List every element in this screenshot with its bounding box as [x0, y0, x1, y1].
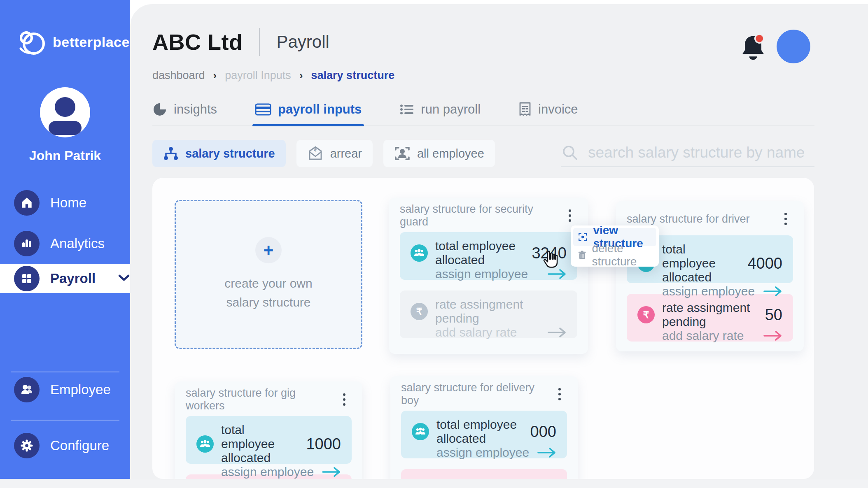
breadcrumb-salary-structure: salary structure	[311, 69, 395, 82]
assign-employee-link[interactable]: assign employee	[221, 465, 314, 479]
employees-icon	[411, 244, 428, 262]
chip-all-employee[interactable]: all employee	[383, 140, 495, 167]
tab-label: insights	[174, 102, 217, 117]
brand-logo: betterplace	[16, 27, 130, 57]
trash-icon	[578, 249, 586, 261]
sidebar-item-label: Employee	[50, 382, 111, 397]
app-screen: betterplace John Patrik Home	[0, 0, 868, 488]
main-content: ABC Ltd Payroll dashboard › payroll Inpu…	[130, 4, 868, 479]
bottom-edge-strip	[0, 479, 868, 488]
pending-label: rate assingment pending	[662, 301, 758, 329]
pending-value: 50	[765, 306, 782, 324]
employee-scan-icon	[394, 145, 411, 162]
add-salary-rate-link[interactable]: add salary rate	[662, 329, 744, 343]
payroll-icon	[14, 266, 40, 291]
gear-icon	[14, 433, 40, 458]
breadcrumb-payroll-inputs[interactable]: payroll Inputs	[225, 69, 291, 82]
breadcrumb-separator: ›	[213, 69, 217, 82]
search-box	[561, 139, 814, 167]
notification-bell-icon[interactable]	[740, 32, 767, 63]
sidebar-item-analytics[interactable]: Analytics	[0, 229, 130, 258]
add-rate-arrow-icon[interactable]	[548, 327, 567, 338]
pie-chart-icon	[152, 102, 167, 117]
tab-payroll-inputs[interactable]: payroll inputs	[255, 94, 362, 125]
sidebar-item-payroll[interactable]: Payroll	[0, 264, 130, 293]
sidebar-item-label: Analytics	[50, 236, 105, 251]
sidebar-item-home[interactable]: Home	[0, 188, 130, 218]
invoice-icon	[518, 102, 532, 117]
allocated-value: 1000	[306, 435, 341, 453]
kebab-menu-icon[interactable]	[562, 208, 577, 223]
sidebar-divider	[11, 372, 119, 372]
breadcrumb: dashboard › payroll Inputs › salary stru…	[152, 69, 394, 82]
avatar-body-shape	[49, 121, 82, 135]
tab-label: payroll inputs	[278, 102, 362, 117]
assign-arrow-icon[interactable]	[548, 268, 567, 280]
allocated-value: 3240	[532, 244, 567, 262]
tab-run-payroll[interactable]: run payroll	[399, 94, 481, 125]
pending-label: rate assingment pending	[436, 476, 523, 479]
chip-label: salary structure	[185, 147, 275, 160]
card-title: salary structure for driver	[627, 213, 750, 225]
kebab-menu-icon[interactable]	[337, 392, 352, 407]
plus-icon: +	[255, 237, 282, 263]
card-title: salary structure for delivery boy	[401, 381, 553, 407]
tab-bar: insights payroll inputs ru	[152, 94, 814, 126]
sidebar-item-employee[interactable]: Employee	[0, 375, 130, 404]
rupee-icon: ₹	[411, 303, 428, 320]
user-profile: John Patrik	[0, 87, 130, 163]
card-context-menu: view structure delete structure	[571, 225, 659, 267]
assign-arrow-icon[interactable]	[763, 286, 782, 297]
sidebar-item-label: Payroll	[50, 271, 96, 286]
chip-salary-structure[interactable]: salary structure	[152, 140, 286, 167]
module-title: Payroll	[276, 32, 329, 52]
add-rate-arrow-icon[interactable]	[763, 330, 782, 342]
breadcrumb-dashboard[interactable]: dashboard	[152, 69, 205, 82]
card-title: salary structure for gig workers	[186, 387, 337, 412]
allocated-label: total employee allocated	[435, 239, 524, 267]
chip-label: arrear	[330, 147, 362, 160]
employee-icon	[14, 377, 40, 402]
create-salary-structure-card[interactable]: + create your own salary structure	[175, 200, 362, 349]
rupee-icon: ₹	[637, 306, 655, 323]
sidebar-item-configure[interactable]: Configure	[0, 431, 130, 460]
create-card-label: create your own salary structure	[224, 274, 312, 312]
avatar-head-shape	[55, 97, 75, 117]
company-title: ABC Ltd	[152, 29, 243, 55]
employee-allocation-section: total employee allocated 000 assign empl…	[401, 411, 567, 458]
tab-invoice[interactable]: invoice	[518, 94, 578, 125]
chip-arrear[interactable]: ₹ arrear	[296, 140, 373, 167]
sidebar-item-label: Home	[50, 195, 86, 211]
view-structure-icon	[578, 231, 587, 243]
hierarchy-icon	[163, 146, 179, 161]
menu-item-delete-structure[interactable]: delete structure	[573, 246, 656, 264]
assign-employee-link[interactable]: assign employee	[436, 446, 529, 460]
employees-icon	[196, 435, 214, 453]
assign-employee-link[interactable]: assign employee	[435, 267, 528, 281]
chip-label: all employee	[417, 147, 484, 160]
kebab-menu-icon[interactable]	[553, 387, 567, 402]
rate-pending-section: ₹ rate assingment pending 50 add salary …	[627, 294, 793, 342]
employee-allocation-section: total employee allocated 3240 assign emp…	[400, 232, 577, 280]
assign-arrow-icon[interactable]	[537, 447, 556, 458]
betterplace-logo-icon	[16, 27, 46, 57]
sidebar-item-label: Configure	[50, 438, 109, 453]
tab-insights[interactable]: insights	[152, 94, 217, 125]
salary-card-security-guard: salary structure for security guard tota…	[389, 198, 588, 354]
sidebar: betterplace John Patrik Home	[0, 0, 130, 479]
allocated-label: total employee allocated	[662, 242, 740, 284]
add-salary-rate-link[interactable]: add salary rate	[435, 325, 517, 339]
analytics-icon	[14, 231, 40, 256]
assign-employee-link[interactable]: assign employee	[662, 284, 755, 298]
profile-avatar[interactable]	[777, 30, 810, 63]
search-input[interactable]	[588, 144, 814, 161]
user-avatar[interactable]	[40, 87, 90, 137]
menu-item-label: delete structure	[592, 242, 651, 268]
list-icon	[399, 103, 414, 116]
assign-arrow-icon[interactable]	[322, 466, 341, 478]
pending-label: rate assingment pending	[435, 297, 559, 325]
tab-label: run payroll	[421, 102, 481, 117]
allocated-label: total employee allocated	[436, 418, 523, 446]
kebab-menu-icon[interactable]	[778, 211, 793, 226]
salary-card-driver: salary structure for driver total employ…	[616, 201, 804, 351]
